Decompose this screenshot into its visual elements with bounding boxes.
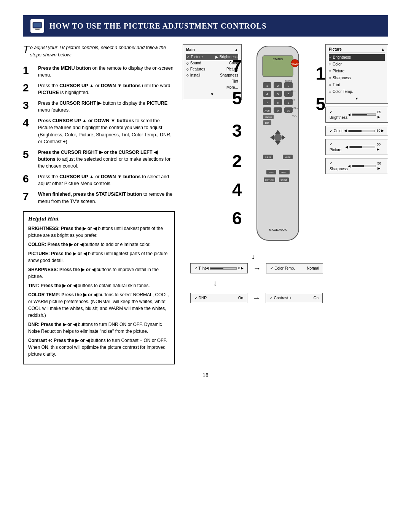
dnr-panel: ✓ DNR On [190,293,247,303]
tint-slider: ◀ 0 ▶ [206,266,244,271]
page-header: How to Use the Picture Adjustment Contro… [23,15,388,37]
right-arrow-1: → [252,264,262,273]
hint-brightness: BRIGHTNESS: Press the ▶ or ◀ buttons unt… [28,225,170,239]
color-row: ✓ Color ◀ 50 ▶ [330,128,384,134]
svg-text:A/CH: A/CH [264,110,269,112]
svg-text:4: 4 [266,93,268,96]
hint-contrast: Contrast +: Press the ▶ or ◀ buttons to … [28,337,170,358]
svg-text:VOL+: VOL+ [292,107,298,109]
big-number-3: 3 [232,120,242,141]
dnr-contrast-row: ✓ DNR On → ✓ Contrast + On [190,293,388,303]
down-arrow-2: ↓ [190,276,388,290]
step-7-text: When finished, press the STATUS/EXIT but… [38,191,175,204]
hint-tint: TINT: Press the ▶ or ◀ buttons to obtain… [28,282,170,289]
picture-menu-color: ◇Color [329,61,385,68]
picture-menu-tint: ◇T int [329,81,385,88]
brightness-slider: ◀ 65 ▶ [348,110,384,120]
tint-panel: ✓ T int ◀ 0 ▶ [190,263,248,273]
svg-text:6: 6 [288,93,290,96]
step-4-text: Press CURSOR UP ▲ or DOWN ▼ buttons to s… [38,117,175,145]
picture-menu-title: Picture▲ [329,46,385,53]
top-diagrams: Main▲ ✓ Picture▶ Brightness ◇ SoundColor… [183,44,388,246]
step-6-text: Press the CURSOR UP ▲ or DOWN ▼ buttons … [38,173,175,187]
svg-text:CH-: CH- [292,99,296,101]
step-4-number: 4 [23,117,34,129]
sharpness-row: ✓ Sharpness ◀ 50 ▶ [330,160,384,172]
hint-sharpness: SHARPNESS: Press the ▶ or ◀ buttons to i… [28,266,170,280]
dnr-row: ✓ DNR On [194,295,243,301]
svg-rect-1 [33,23,41,27]
svg-text:SMART: SMART [281,171,287,174]
remote-control: STATUS POWER 1 2 3 [245,44,310,246]
big-number-1: 1 [315,63,325,84]
step-5-text: Press the CURSOR RIGHT ▶ or the CURSOR L… [38,149,175,169]
main-menu-picture-row: ✓ Picture▶ Brightness [186,54,238,60]
color-slider: ◀ 50 ▶ [344,128,384,134]
svg-text:0: 0 [277,109,279,112]
colortemp-panel: ✓ Color Temp. Normal [266,263,323,273]
sharpness-panel: ✓ Sharpness ◀ 50 ▶ [325,158,388,174]
svg-text:8: 8 [277,101,279,104]
contrast-panel: ✓ Contrast + On [266,293,323,303]
step-2-number: 2 [23,82,34,94]
step-1-text: Press the MENU button on the remote to d… [38,65,175,78]
step-4: 4 Press CURSOR UP ▲ or DOWN ▼ buttons to… [23,117,175,145]
steps-list: 1 Press the MENU button on the remote to… [23,65,175,205]
intro-body: o adjust your TV picture controls, selec… [30,45,166,58]
svg-text:1: 1 [266,84,268,88]
tint-colortemp-row: ✓ T int ◀ 0 ▶ → ✓ Color Tem [190,263,388,273]
intro-text: T o adjust your TV picture controls, sel… [23,44,175,59]
step-6: 6 Press the CURSOR UP ▲ or DOWN ▼ button… [23,173,175,187]
big-number-5b: 5 [315,94,325,114]
step-3: 3 Press the CURSOR RIGHT ▶ button to dis… [23,100,175,113]
hint-colortemp: COLOR TEMP: Press the ▶ or ◀ buttons to … [28,291,170,319]
picture-slider: ◀ 50 ▶ [345,142,384,152]
picture-menu-picture: ◇Picture [329,68,385,75]
page-number: 18 [23,372,388,378]
brightness-row: ✓ Brightness ◀ 65 ▶ [330,109,384,120]
right-column: Main▲ ✓ Picture▶ Brightness ◇ SoundColor… [183,44,388,364]
big-number-6: 6 [232,208,242,228]
down-arrow-1: ↓ [183,250,388,263]
hint-title: Helpful Hint [28,216,170,222]
tint-row: ✓ T int ◀ 0 ▶ [194,265,244,271]
svg-text:POWER: POWER [291,63,299,65]
svg-text:VOL-: VOL- [292,115,298,117]
sharpness-slider: ◀ 50 ▶ [348,161,384,171]
hint-picture: PICTURE: Press the ▶ or ◀ buttons until … [28,250,170,264]
step-5: 5 Press the CURSOR RIGHT ▶ or the CURSOR… [23,149,175,169]
step-3-number: 3 [23,100,34,112]
svg-text:MAGNAVOX: MAGNAVOX [269,228,287,232]
hint-content: BRIGHTNESS: Press the ▶ or ◀ buttons unt… [28,225,170,358]
svg-text:5: 5 [277,93,279,96]
bottom-panels-area: ✓ T int ◀ 0 ▶ → ✓ Color Tem [190,263,388,303]
step-2-text: Press the CURSOR UP ▲ or DOWN ▼ buttons … [38,82,175,96]
svg-text:2: 2 [277,84,279,88]
svg-text:9: 9 [288,101,290,104]
svg-text:PICTURE: PICTURE [265,179,274,181]
main-content: T o adjust your TV picture controls, sel… [23,44,388,364]
step-7: 7 When finished, press the STATUS/EXIT b… [23,191,175,204]
picture-menu-panel: Picture▲ ✓ Brightness ◇Color ◇Picture [325,44,388,104]
svg-text:STATUS: STATUS [273,58,283,61]
svg-text:MUTE: MUTE [285,156,291,158]
page-container: How to Use the Picture Adjustment Contro… [0,0,411,532]
drop-cap: T [23,44,29,55]
hint-dnr: DNR: Press the ▶ or ◀ buttons to turn DN… [28,321,170,335]
left-column: T o adjust your TV picture controls, sel… [23,44,175,364]
brightness-panel: ✓ Brightness ◀ 65 ▶ [325,107,388,123]
picture-menu-sharpness: ◇Sharpness [329,75,385,81]
svg-text:POWER: POWER [285,80,292,82]
diagrams-section: Main▲ ✓ Picture▶ Brightness ◇ SoundColor… [183,44,388,303]
hint-color: COLOR: Press the ▶ or ◀ buttons to add o… [28,241,170,248]
picture-row: ✓ Picture ◀ 50 ▶ [330,141,384,153]
main-menu-tint-row: Tint [186,78,238,85]
big-number-2: 2 [232,151,242,171]
hint-box: Helpful Hint BRIGHTNESS: Press the ▶ or … [23,211,175,364]
colortemp-row: ✓ Color Temp. Normal [270,265,319,271]
main-menu-more-row: More... [186,85,238,91]
svg-text:7: 7 [266,101,268,104]
step-7-number: 7 [23,191,34,203]
main-menu-header: Main▲ [186,47,238,53]
step-5-number: 5 [23,149,34,161]
